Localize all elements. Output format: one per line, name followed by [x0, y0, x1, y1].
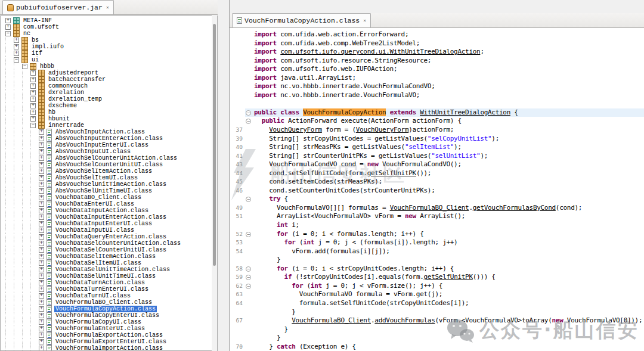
expand-toggle-icon[interactable]: +	[5, 18, 11, 23]
expand-toggle-icon[interactable]: +	[39, 228, 44, 233]
tree-item[interactable]: +VouchFormulaCopyAction.class	[1, 306, 217, 312]
expand-toggle-icon[interactable]: +	[39, 201, 44, 207]
tree-item[interactable]: +AbsVouchInputEnterAction.class	[1, 135, 217, 142]
fold-collapse-icon[interactable]: −	[246, 232, 251, 237]
tree-item[interactable]: +hbunit	[1, 116, 217, 122]
expand-toggle-icon[interactable]: +	[39, 234, 44, 240]
symbol-link[interactable]: getSelfUnitPK	[367, 169, 416, 177]
tree-item[interactable]: +AbsVouchSelUnitTimeAction.class	[1, 181, 217, 188]
tree-item[interactable]: +VouchFormulaImportAction.class	[1, 345, 217, 351]
tree-item[interactable]: +VouchFormulaCopyUI.class	[1, 319, 217, 325]
fold-collapse-icon[interactable]: −	[246, 266, 251, 272]
expand-toggle-icon[interactable]: +	[39, 274, 44, 279]
expand-toggle-icon[interactable]: +	[39, 300, 44, 305]
tree-item[interactable]: +VouchFormulaExportAction.class	[1, 332, 217, 338]
tree-item[interactable]: +VouchFormulaBO_Client.class	[1, 299, 217, 306]
tree-item[interactable]: +VouchDataSelUnitTimeUI.class	[1, 273, 217, 279]
tree-item[interactable]: +AbsVouchSelItemAction.class	[1, 168, 217, 175]
tree-item[interactable]: +dxscheme	[1, 102, 217, 109]
code-editor[interactable]: import com.ufida.web.action.ErrorForward…	[230, 28, 644, 351]
tree-item[interactable]: +VouchFormulaCopyEnterUI.class	[1, 312, 217, 319]
symbol-link[interactable]: com.ufsoft.iufo.querycond.ui.WithUnitTre…	[280, 48, 480, 55]
expand-toggle-icon[interactable]: +	[30, 110, 36, 115]
tree-scrollbar[interactable]	[212, 15, 217, 351]
tree-item[interactable]: +AbsVouchInputEnterUI.class	[1, 142, 217, 148]
collapse-toggle-icon[interactable]: −	[14, 57, 19, 63]
class-tab[interactable]: VouchFormulaCopyAction.class ✕	[232, 13, 371, 27]
tree-item[interactable]: +VouchDataBO_Client.class	[1, 194, 217, 201]
symbol-link[interactable]: getSelfUnitPK	[424, 273, 473, 281]
tree-item[interactable]: +adjustedreport	[1, 70, 217, 76]
fold-collapse-icon[interactable]: −	[246, 275, 251, 280]
tree-item[interactable]: +VouchDataSelItemAction.class	[1, 253, 217, 260]
tree-item[interactable]: +AbsVouchSelCounterUnitUI.class	[1, 161, 217, 168]
symbol-link[interactable]: VouchQueryForm	[269, 126, 322, 133]
collapse-toggle-icon[interactable]: −	[22, 64, 27, 69]
tree-item[interactable]: +dxrelation	[1, 89, 217, 96]
expand-toggle-icon[interactable]: +	[30, 83, 36, 89]
expand-toggle-icon[interactable]: +	[14, 38, 19, 43]
tree-item[interactable]: +VouchFormulaExportEnterUI.class	[1, 338, 217, 345]
expand-toggle-icon[interactable]: +	[39, 156, 44, 161]
tree-item[interactable]: +hb	[1, 109, 217, 116]
expand-toggle-icon[interactable]: +	[39, 287, 44, 292]
tree-item[interactable]: −innertrade	[1, 122, 217, 129]
close-icon[interactable]: ✕	[363, 18, 366, 23]
expand-toggle-icon[interactable]: +	[39, 333, 44, 338]
tree-item[interactable]: +VouchDataTurnAction.class	[1, 279, 217, 286]
tree-item[interactable]: +VouchFormulaEnterUI.class	[1, 325, 217, 332]
expand-toggle-icon[interactable]: +	[39, 188, 44, 194]
expand-toggle-icon[interactable]: +	[30, 77, 36, 82]
tree-scrollbar-thumb[interactable]	[213, 24, 216, 266]
tree-item[interactable]: +itf	[1, 50, 217, 57]
expand-toggle-icon[interactable]: +	[39, 162, 44, 167]
tree-item[interactable]: +VouchDataEnterUI.class	[1, 201, 217, 207]
tree-item[interactable]: +com.ufsoft	[1, 24, 217, 30]
expand-toggle-icon[interactable]: +	[39, 195, 44, 200]
tree-item[interactable]: +VouchDataQueryEnterAction.class	[1, 234, 217, 240]
symbol-link[interactable]: VouchFormulaBO_Client	[292, 316, 371, 324]
expand-toggle-icon[interactable]: +	[39, 208, 44, 213]
tree-item[interactable]: +VouchDataSelCounterUnitAction.class	[1, 240, 217, 247]
symbol-link[interactable]: VouchQueryForm	[356, 126, 409, 133]
tree-item[interactable]: −hbbb	[1, 63, 217, 70]
tree-item[interactable]: +VouchDataSelUnitTimeAction.class	[1, 266, 217, 273]
expand-toggle-icon[interactable]: +	[39, 129, 44, 135]
expand-toggle-icon[interactable]: +	[39, 267, 44, 272]
expand-toggle-icon[interactable]: +	[39, 136, 44, 141]
expand-toggle-icon[interactable]: +	[30, 116, 36, 122]
tree-item[interactable]: +VouchDataInputEnterUI.class	[1, 220, 217, 227]
expand-toggle-icon[interactable]: +	[30, 103, 36, 108]
tree-item[interactable]: +VouchDataInputEnterAction.class	[1, 214, 217, 220]
expand-toggle-icon[interactable]: +	[39, 293, 44, 299]
expand-toggle-icon[interactable]: +	[30, 70, 36, 76]
expand-toggle-icon[interactable]: +	[39, 169, 44, 174]
expand-toggle-icon[interactable]: +	[39, 260, 44, 266]
tree-item[interactable]: +VouchDataInputAction.class	[1, 207, 217, 214]
expand-toggle-icon[interactable]: +	[39, 247, 44, 253]
tree-item[interactable]: +AbsVouchSelUnitTimeUI.class	[1, 188, 217, 194]
fold-collapse-icon[interactable]: −	[246, 284, 251, 289]
expand-toggle-icon[interactable]: +	[39, 215, 44, 220]
fold-collapse-icon[interactable]: −	[246, 110, 251, 116]
tree-item[interactable]: +impl.iufo	[1, 44, 217, 50]
expand-toggle-icon[interactable]: +	[39, 221, 44, 226]
fold-collapse-icon[interactable]: −	[246, 119, 251, 124]
symbol-link[interactable]: getVouchFormulasByCond	[473, 204, 556, 212]
tree-item[interactable]: +VouchDataSelCounterUnitUI.class	[1, 247, 217, 253]
expand-toggle-icon[interactable]: +	[39, 175, 44, 181]
expand-toggle-icon[interactable]: +	[39, 182, 44, 187]
jar-tab[interactable]: pubiufoiufoserver.jar ✕	[2, 0, 114, 14]
expand-toggle-icon[interactable]: +	[39, 346, 44, 351]
expand-toggle-icon[interactable]: +	[39, 319, 44, 325]
fold-collapse-icon[interactable]: −	[246, 197, 251, 202]
close-icon[interactable]: ✕	[106, 5, 109, 10]
expand-toggle-icon[interactable]: +	[39, 306, 44, 312]
tree-item[interactable]: +batchacctransfer	[1, 76, 217, 83]
expand-toggle-icon[interactable]: +	[30, 90, 36, 95]
tree-item[interactable]: +commonvouch	[1, 83, 217, 89]
collapse-toggle-icon[interactable]: −	[5, 31, 11, 36]
expand-toggle-icon[interactable]: +	[39, 280, 44, 285]
tree-item[interactable]: −nc	[1, 30, 217, 37]
expand-toggle-icon[interactable]: +	[5, 24, 11, 30]
